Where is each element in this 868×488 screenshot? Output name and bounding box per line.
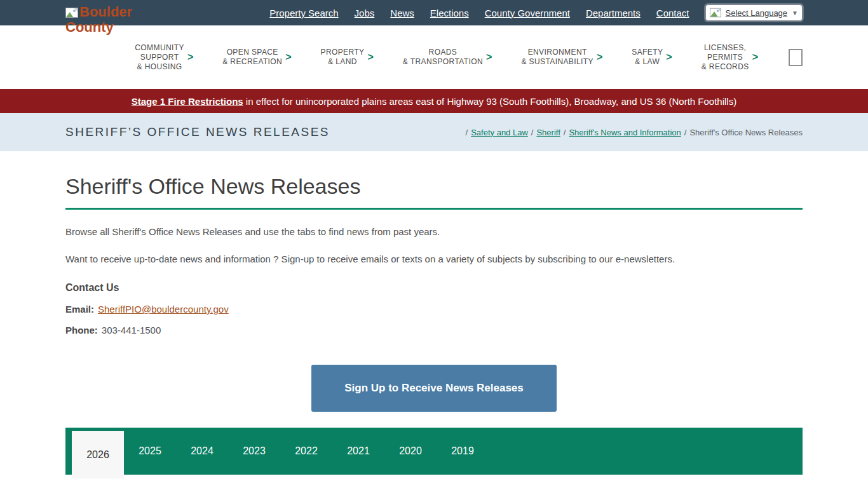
- page-header-band: SHERIFF’S OFFICE NEWS RELEASES / Safety …: [0, 113, 868, 151]
- site-logo[interactable]: Boulder County: [65, 4, 142, 35]
- nav-label-line: ROADS: [429, 48, 458, 57]
- nav-label-line: & LAND: [328, 57, 357, 67]
- heading-rule: [65, 208, 803, 210]
- phone-label: Phone:: [65, 325, 98, 336]
- nav-item-roads-transportation[interactable]: ROADS & TRANSPORTATION >: [403, 48, 492, 67]
- email-link[interactable]: SheriffPIO@bouldercounty.gov: [98, 304, 229, 315]
- nav-item-safety-law[interactable]: SAFETY & LAW >: [632, 48, 672, 67]
- nav-label-line: & HOUSING: [137, 62, 182, 72]
- nav-item-community-support-housing[interactable]: COMMUNITY SUPPORT & HOUSING >: [135, 43, 193, 72]
- nav-label-line: LICENSES,: [704, 43, 746, 53]
- nav-item-licenses-permits-records[interactable]: LICENSES, PERMITS & RECORDS >: [702, 43, 758, 72]
- nav-label-line: & TRANSPORTATION: [403, 57, 483, 67]
- chevron-right-icon: >: [187, 51, 193, 63]
- page-title: SHERIFF’S OFFICE NEWS RELEASES: [65, 125, 330, 139]
- fire-restrictions-alert-banner: Stage 1 Fire Restrictions in effect for …: [0, 89, 868, 113]
- top-link-elections[interactable]: Elections: [430, 8, 469, 18]
- contact-phone-row: Phone: 303-441-1500: [65, 325, 803, 336]
- translate-broken-image-icon: [710, 8, 721, 18]
- tab-2020[interactable]: 2020: [384, 428, 437, 475]
- alert-message: in effect for unincorporated plains area…: [246, 96, 736, 107]
- nav-item-open-space-recreation[interactable]: OPEN SPACE & RECREATION >: [222, 48, 291, 67]
- top-link-property-search[interactable]: Property Search: [269, 8, 338, 18]
- top-link-jobs[interactable]: Jobs: [355, 8, 375, 18]
- breadcrumb-separator: /: [466, 128, 468, 137]
- chevron-right-icon: >: [752, 51, 758, 63]
- tab-2023[interactable]: 2023: [228, 428, 280, 475]
- utility-links: Property Search Jobs News Elections Coun…: [269, 8, 689, 18]
- breadcrumb: / Safety and Law / Sheriff / Sheriff's N…: [466, 128, 803, 137]
- email-label: Email:: [65, 304, 94, 315]
- content-heading: Sheriff's Office News Releases: [65, 174, 803, 199]
- breadcrumb-link-safety-and-law[interactable]: Safety and Law: [471, 128, 528, 137]
- year-tabs: 2026 2025 2024 2023 2022 2021 2020 2019: [65, 428, 803, 475]
- nav-label-line: & LAW: [635, 57, 660, 67]
- intro-paragraph-2: Want to receive up-to-date news and info…: [65, 254, 803, 264]
- fire-restrictions-link[interactable]: Stage 1 Fire Restrictions: [132, 96, 243, 107]
- nav-label-line: ENVIRONMENT: [528, 48, 587, 57]
- nav-label-line: SAFETY: [632, 48, 663, 57]
- chevron-right-icon: >: [486, 51, 492, 63]
- nav-label-line: SUPPORT: [140, 53, 179, 62]
- chevron-right-icon: >: [285, 51, 291, 63]
- chevron-down-icon[interactable]: ▼: [792, 10, 798, 17]
- breadcrumb-separator: /: [564, 128, 566, 137]
- chevron-right-icon: >: [368, 51, 374, 63]
- nav-item-property-land[interactable]: PROPERTY & LAND >: [321, 48, 374, 67]
- tab-2022[interactable]: 2022: [280, 428, 332, 475]
- breadcrumb-separator: /: [531, 128, 534, 137]
- language-selector-label: Select Language: [726, 8, 788, 18]
- tab-2026[interactable]: 2026: [72, 431, 124, 478]
- top-link-departments[interactable]: Departments: [586, 8, 641, 18]
- nav-label-line: COMMUNITY: [135, 43, 184, 53]
- breadcrumb-current: Sheriff's Office News Releases: [689, 128, 803, 137]
- tab-2019[interactable]: 2019: [437, 428, 489, 475]
- top-link-county-government[interactable]: County Government: [485, 8, 570, 18]
- phone-number: 303-441-1500: [102, 325, 161, 336]
- nav-label-line: & SUSTAINABILITY: [521, 57, 593, 67]
- nav-label-line: PERMITS: [707, 53, 743, 62]
- nav-label-line: & RECORDS: [702, 62, 749, 72]
- nav-item-environment-sustainability[interactable]: ENVIRONMENT & SUSTAINABILITY >: [521, 48, 602, 67]
- tab-2024[interactable]: 2024: [176, 428, 228, 475]
- nav-label-line: & RECREATION: [222, 57, 282, 67]
- utility-bar: Boulder County Property Search Jobs News…: [0, 0, 868, 25]
- top-link-news[interactable]: News: [390, 8, 414, 18]
- chevron-right-icon: >: [666, 51, 672, 63]
- main-content: Sheriff's Office News Releases Browse al…: [0, 151, 868, 475]
- breadcrumb-link-sheriffs-news[interactable]: Sheriff's News and Information: [569, 128, 681, 137]
- breadcrumb-separator: /: [684, 128, 687, 137]
- search-icon[interactable]: [789, 49, 803, 66]
- nav-label-line: PROPERTY: [321, 48, 365, 57]
- top-link-contact[interactable]: Contact: [656, 8, 689, 18]
- broken-image-icon: [65, 8, 78, 18]
- intro-paragraph-1: Browse all Sheriff's Office News Release…: [65, 226, 803, 237]
- signup-news-releases-button[interactable]: Sign Up to Receive News Releases: [311, 365, 557, 412]
- tab-2025[interactable]: 2025: [124, 428, 176, 475]
- contact-email-row: Email: SheriffPIO@bouldercounty.gov: [65, 304, 803, 315]
- language-selector[interactable]: Select Language ▼: [705, 4, 803, 21]
- breadcrumb-link-sheriff[interactable]: Sheriff: [536, 128, 560, 137]
- primary-nav: COMMUNITY SUPPORT & HOUSING > OPEN SPACE…: [0, 25, 868, 89]
- nav-label-line: OPEN SPACE: [227, 48, 278, 57]
- chevron-right-icon: >: [597, 51, 602, 63]
- page-bottom-spacer: [0, 475, 868, 483]
- contact-us-heading: Contact Us: [65, 282, 803, 294]
- tab-2021[interactable]: 2021: [332, 428, 384, 475]
